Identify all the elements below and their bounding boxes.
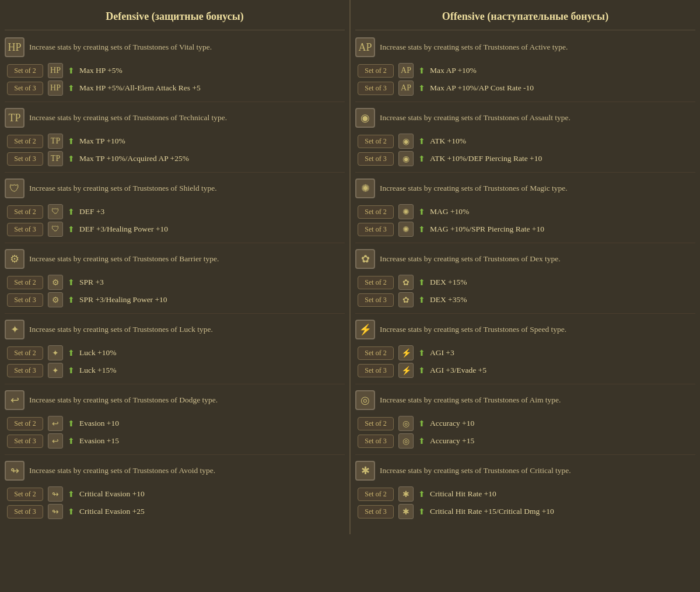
set-badge-avoid-1: Set of 3 [7,505,43,519]
section-assault: ◉Increase stats by creating sets of Trus… [355,106,695,173]
set-effect-speed-0: AGI +3 [430,348,454,358]
arrow-icon-tp-0: ⬆ [68,136,75,146]
set-effect-dex-1: DEX +35% [430,295,467,304]
set-row-speed-0: Set of 2⚡⬆AGI +3 [355,345,695,360]
set-effect-shield-1: DEF +3/Healing Power +10 [79,225,168,234]
set-effect-barrier-1: SPR +3/Healing Power +10 [79,295,167,304]
arrow-icon-assault-1: ⬆ [418,154,425,164]
set-badge-dex-0: Set of 2 [358,276,394,289]
aim-icon: ◎ [355,390,375,410]
set-badge-assault-0: Set of 2 [358,135,394,148]
assault-set-icon-3: ◉ [398,151,414,166]
set-row-hp-1: Set of 3HP⬆Max HP +5%/All-Elem Attack Re… [5,80,345,96]
set-effect-ap-1: Max AP +10%/AP Cost Rate -10 [430,83,534,93]
set-badge-dodge-0: Set of 2 [7,417,43,430]
section-shield: 🛡Increase stats by creating sets of Trus… [5,176,345,243]
dodge-icon: ↩ [5,390,24,410]
set-row-magic-1: Set of 3✺⬆MAG +10%/SPR Piercing Rate +10 [355,222,695,237]
set-row-critical-1: Set of 3✱⬆Critical Hit Rate +15/Critical… [355,504,695,519]
critical-set-icon: ✱ [398,486,414,502]
set-effect-critical-1: Critical Hit Rate +15/Critical Dmg +10 [430,507,554,516]
set-badge-luck-0: Set of 2 [7,346,43,360]
set-badge-shield-1: Set of 3 [7,223,43,236]
section-barrier: ⚙Increase stats by creating sets of Trus… [5,247,345,314]
set-row-assault-0: Set of 2◉⬆ATK +10% [355,134,695,149]
set-effect-speed-1: AGI +3/Evade +5 [430,366,487,375]
section-desc-avoid: Increase stats by creating sets of Trust… [29,465,215,476]
section-magic: ✺Increase stats by creating sets of Trus… [355,176,695,243]
tp-set-icon-3: TP [48,151,63,166]
arrow-icon-dex-0: ⬆ [418,278,425,288]
set-row-speed-1: Set of 3⚡⬆AGI +3/Evade +5 [355,363,695,378]
set-effect-tp-0: Max TP +10% [79,136,125,146]
arrow-icon-critical-0: ⬆ [418,489,425,499]
section-header-magic: ✺Increase stats by creating sets of Trus… [355,176,695,201]
set-badge-critical-1: Set of 3 [358,505,394,519]
aim-set-icon: ◎ [398,416,414,431]
set-row-ap-0: Set of 2AP⬆Max AP +10% [355,63,695,78]
section-header-ap: APIncrease stats by creating sets of Tru… [355,35,695,59]
set-row-assault-1: Set of 3◉⬆ATK +10%/DEF Piercing Rate +10 [355,151,695,166]
set-badge-shield-0: Set of 2 [7,205,43,219]
arrow-icon-magic-0: ⬆ [418,207,425,217]
set-effect-avoid-1: Critical Evasion +25 [79,507,145,516]
section-header-shield: 🛡Increase stats by creating sets of Trus… [5,176,345,201]
set-row-dodge-0: Set of 2↩⬆Evasion +10 [5,416,345,431]
dex-icon: ✿ [355,249,375,269]
arrow-icon-speed-0: ⬆ [418,348,425,358]
section-dodge: ↩Increase stats by creating sets of Trus… [5,388,345,455]
barrier-set-icon: ⚙ [48,275,63,290]
section-header-hp: HPIncrease stats by creating sets of Tru… [5,35,345,59]
arrow-icon-barrier-1: ⬆ [68,295,75,305]
hp-set-icon-3: HP [48,80,63,96]
set-row-critical-0: Set of 2✱⬆Critical Hit Rate +10 [355,486,695,502]
set-row-aim-1: Set of 3◎⬆Accuracy +15 [355,433,695,449]
critical-set-icon-3: ✱ [398,504,414,519]
set-badge-barrier-0: Set of 2 [7,276,43,289]
section-avoid: ↬Increase stats by creating sets of Trus… [5,458,345,525]
avoid-icon: ↬ [5,461,24,481]
set-effect-critical-0: Critical Hit Rate +10 [430,489,496,499]
section-desc-assault: Increase stats by creating sets of Trust… [380,113,570,123]
arrow-icon-hp-1: ⬆ [68,83,75,93]
set-badge-hp-1: Set of 3 [7,82,43,95]
set-badge-ap-1: Set of 3 [358,82,394,95]
assault-icon: ◉ [355,108,375,128]
set-effect-magic-1: MAG +10%/SPR Piercing Rate +10 [430,225,544,234]
critical-icon: ✱ [355,461,375,481]
set-effect-hp-1: Max HP +5%/All-Elem Attack Res +5 [79,83,201,93]
ap-set-icon: AP [398,63,414,78]
set-badge-ap-0: Set of 2 [358,64,394,78]
set-row-hp-0: Set of 2HP⬆Max HP +5% [5,63,345,78]
set-badge-hp-0: Set of 2 [7,64,43,78]
set-row-tp-0: Set of 2TP⬆Max TP +10% [5,134,345,149]
set-effect-shield-0: DEF +3 [79,207,104,216]
column-header-defensive: Defensive (защитные бонусы) [5,6,345,30]
set-row-avoid-1: Set of 3↬⬆Critical Evasion +25 [5,504,345,519]
section-ap: APIncrease stats by creating sets of Tru… [355,35,695,102]
speed-icon: ⚡ [355,320,375,339]
arrow-icon-dodge-0: ⬆ [68,419,75,429]
arrow-icon-assault-0: ⬆ [418,136,425,146]
section-header-dodge: ↩Increase stats by creating sets of Trus… [5,388,345,412]
section-header-critical: ✱Increase stats by creating sets of Trus… [355,458,695,483]
set-effect-aim-1: Accuracy +15 [430,436,474,446]
set-row-aim-0: Set of 2◎⬆Accuracy +10 [355,416,695,431]
set-row-tp-1: Set of 3TP⬆Max TP +10%/Acquired AP +25% [5,151,345,166]
section-desc-shield: Increase stats by creating sets of Trust… [29,183,217,194]
set-effect-tp-1: Max TP +10%/Acquired AP +25% [79,154,189,163]
arrow-icon-luck-1: ⬆ [68,366,75,376]
section-desc-hp: Increase stats by creating sets of Trust… [29,42,212,52]
section-dex: ✿Increase stats by creating sets of Trus… [355,247,695,314]
section-critical: ✱Increase stats by creating sets of Trus… [355,458,695,525]
main-container: Defensive (защитные бонусы)HPIncrease st… [0,0,700,534]
set-badge-aim-0: Set of 2 [358,417,394,430]
set-badge-dodge-1: Set of 3 [7,435,43,448]
set-badge-magic-1: Set of 3 [358,223,394,236]
hp-icon: HP [5,37,24,57]
shield-set-icon-3: 🛡 [48,222,63,237]
dodge-set-icon-3: ↩ [48,433,63,449]
section-header-avoid: ↬Increase stats by creating sets of Trus… [5,458,345,483]
set-badge-magic-0: Set of 2 [358,205,394,219]
section-speed: ⚡Increase stats by creating sets of Trus… [355,317,695,384]
